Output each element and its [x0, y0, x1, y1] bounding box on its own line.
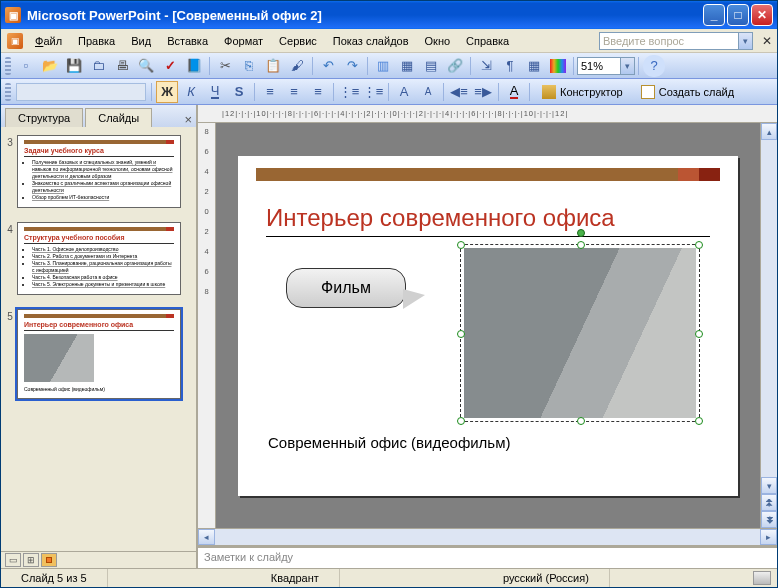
doc-close-button[interactable]: ✕	[759, 34, 775, 48]
increase-indent-button[interactable]: ≡▶	[472, 81, 494, 103]
slideshow-view-button[interactable]	[41, 553, 57, 567]
tab-slides[interactable]: Слайды	[85, 108, 152, 127]
resize-handle[interactable]	[695, 330, 703, 338]
designer-button[interactable]: Конструктор	[535, 82, 630, 102]
scroll-down-button[interactable]: ▾	[761, 477, 777, 494]
save-button[interactable]: 💾	[63, 55, 85, 77]
shadow-button[interactable]: S	[228, 81, 250, 103]
video-object[interactable]	[464, 248, 696, 418]
slide-thumbnail-4[interactable]: Структура учебного пособия Часть 1. Офис…	[17, 222, 181, 295]
menu-tools[interactable]: Сервис	[271, 32, 325, 50]
next-slide-button[interactable]: ⯯	[761, 511, 777, 528]
menu-insert[interactable]: Вставка	[159, 32, 216, 50]
undo-button[interactable]: ↶	[317, 55, 339, 77]
redo-button[interactable]: ↷	[341, 55, 363, 77]
bullets-button[interactable]: ⋮≡	[362, 81, 384, 103]
new-button[interactable]: ▫	[15, 55, 37, 77]
scroll-right-button[interactable]: ▸	[760, 529, 777, 545]
menu-view[interactable]: Вид	[123, 32, 159, 50]
spellcheck-button[interactable]: ✓	[159, 55, 181, 77]
copy-button[interactable]: ⎘	[238, 55, 260, 77]
menu-help[interactable]: Справка	[458, 32, 517, 50]
notes-pane[interactable]: Заметки к слайду	[198, 545, 777, 568]
paste-button[interactable]: 📋	[262, 55, 284, 77]
toolbar-grip[interactable]	[5, 83, 11, 101]
minimize-button[interactable]: _	[703, 4, 725, 26]
tables-borders-button[interactable]: ▤	[420, 55, 442, 77]
font-color-button[interactable]: A	[503, 81, 525, 103]
slide-caption[interactable]: Современный офис (видеофильм)	[268, 434, 510, 451]
app-small-icon: ▣	[7, 33, 23, 49]
scroll-left-button[interactable]: ◂	[198, 529, 215, 545]
callout-shape[interactable]: Фильм	[286, 268, 406, 308]
thumb-number: 4	[3, 222, 17, 295]
prev-slide-button[interactable]: ⯭	[761, 494, 777, 511]
increase-font-button[interactable]: A	[393, 81, 415, 103]
underline-button[interactable]: Ч	[204, 81, 226, 103]
new-slide-button[interactable]: Создать слайд	[634, 82, 741, 102]
print-preview-button[interactable]: 🔍	[135, 55, 157, 77]
standard-toolbar: ▫ 📂 💾 🗀 🖶 🔍 ✓ 📘 ✂ ⎘ 📋 🖌 ↶ ↷ ▥ ▦ ▤ 🔗 ⇲ ¶ …	[1, 53, 777, 79]
slide-title[interactable]: Интерьер современного офиса	[266, 204, 710, 237]
color-grayscale-button[interactable]	[547, 55, 569, 77]
print-button[interactable]: 🖶	[111, 55, 133, 77]
slide-editor[interactable]: Интерьер современного офиса Фильм	[216, 123, 760, 528]
italic-button[interactable]: К	[180, 81, 202, 103]
help-button[interactable]: ?	[643, 55, 665, 77]
bold-button[interactable]: Ж	[156, 81, 178, 103]
status-slide: Слайд 5 из 5	[1, 569, 108, 587]
align-right-button[interactable]: ≡	[307, 81, 329, 103]
close-button[interactable]: ✕	[751, 4, 773, 26]
menu-format[interactable]: Формат	[216, 32, 271, 50]
app-icon: ▣	[5, 7, 21, 23]
horizontal-ruler[interactable]: |12|·|·|·|10|·|·|·|8|·|·|·|6|·|·|·|4|·|·…	[198, 105, 777, 123]
menu-window[interactable]: Окно	[417, 32, 459, 50]
resize-handle[interactable]	[695, 417, 703, 425]
slides-panel: Структура Слайды × 3 Задачи учебного кур…	[1, 105, 198, 568]
tab-structure[interactable]: Структура	[5, 108, 83, 127]
ask-question-dropdown[interactable]: ▾	[739, 32, 753, 50]
decrease-indent-button[interactable]: ◀≡	[448, 81, 470, 103]
menu-slideshow[interactable]: Показ слайдов	[325, 32, 417, 50]
status-language[interactable]: русский (Россия)	[483, 569, 610, 587]
thumb-number: 3	[3, 135, 17, 208]
align-left-button[interactable]: ≡	[259, 81, 281, 103]
slide-thumbnail-3[interactable]: Задачи учебного курса Получение базовых …	[17, 135, 181, 208]
insert-hyperlink-button[interactable]: 🔗	[444, 55, 466, 77]
vertical-ruler[interactable]: 864 202 468	[198, 123, 216, 528]
cut-button[interactable]: ✂	[214, 55, 236, 77]
horizontal-scrollbar[interactable]	[215, 529, 760, 545]
resize-handle[interactable]	[577, 417, 585, 425]
slide-thumbnail-5[interactable]: Интерьер современного офиса Современный …	[17, 309, 181, 399]
zoom-dropdown[interactable]: ▾	[621, 57, 635, 75]
align-center-button[interactable]: ≡	[283, 81, 305, 103]
resize-handle[interactable]	[457, 417, 465, 425]
expand-all-button[interactable]: ⇲	[475, 55, 497, 77]
scroll-up-button[interactable]: ▴	[761, 123, 777, 140]
format-painter-button[interactable]: 🖌	[286, 55, 308, 77]
normal-view-button[interactable]: ▭	[5, 553, 21, 567]
permissions-button[interactable]: 🗀	[87, 55, 109, 77]
zoom-input[interactable]	[577, 57, 621, 75]
decrease-font-button[interactable]: A	[417, 81, 439, 103]
insert-chart-button[interactable]: ▥	[372, 55, 394, 77]
open-button[interactable]: 📂	[39, 55, 61, 77]
menu-file[interactable]: Файл	[27, 32, 70, 50]
show-grid-button[interactable]: ▦	[523, 55, 545, 77]
font-name-box[interactable]	[16, 83, 146, 101]
resize-handle[interactable]	[695, 241, 703, 249]
sorter-view-button[interactable]: ⊞	[23, 553, 39, 567]
slide-decoration-bar	[256, 168, 720, 181]
research-button[interactable]: 📘	[183, 55, 205, 77]
spellcheck-status-icon[interactable]	[753, 571, 771, 585]
insert-table-button[interactable]: ▦	[396, 55, 418, 77]
maximize-button[interactable]: □	[727, 4, 749, 26]
menu-edit[interactable]: Правка	[70, 32, 123, 50]
ask-question-box[interactable]: Введите вопрос	[599, 32, 739, 50]
show-formatting-button[interactable]: ¶	[499, 55, 521, 77]
panel-close-button[interactable]: ×	[184, 112, 192, 127]
slide[interactable]: Интерьер современного офиса Фильм	[238, 156, 738, 496]
vertical-scrollbar[interactable]: ▴ ▾ ⯭ ⯯	[760, 123, 777, 528]
toolbar-grip[interactable]	[5, 57, 11, 75]
numbering-button[interactable]: ⋮≡	[338, 81, 360, 103]
